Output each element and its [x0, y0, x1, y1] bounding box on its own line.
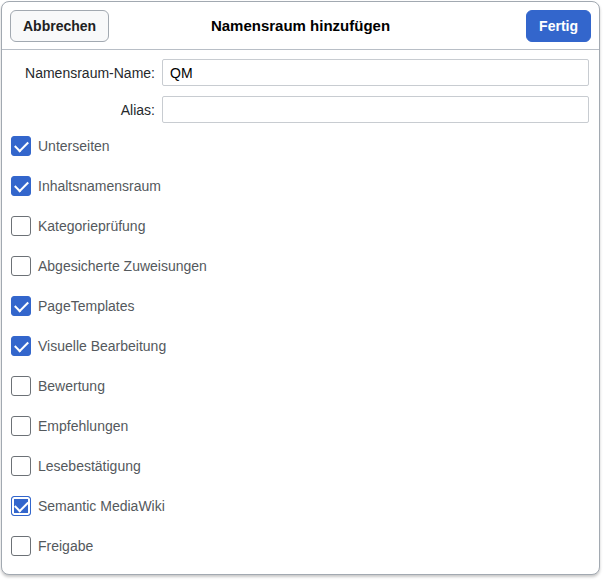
checkbox-bewertung[interactable] [11, 376, 31, 396]
done-button[interactable]: Fertig [526, 10, 591, 42]
checkbox-abgesicherte-zuweisungen[interactable] [11, 256, 31, 276]
checkbox-abgesicherte-zuweisungen-label: Abgesicherte Zuweisungen [38, 258, 207, 274]
cancel-button[interactable]: Abbrechen [10, 10, 109, 42]
checkbox-row: Bewertung [2, 376, 599, 396]
namespace-name-input[interactable] [162, 59, 589, 86]
checkbox-kategoriepruefung-label: Kategorieprüfung [38, 218, 145, 234]
checkbox-freigabe[interactable] [11, 536, 31, 556]
checkmark-icon [14, 298, 29, 313]
alias-label: Alias: [2, 102, 162, 118]
checkbox-visuelle-bearbeitung[interactable] [11, 336, 31, 356]
checkbox-row: Empfehlungen [2, 416, 599, 436]
checkbox-row: Freigabe [2, 536, 599, 556]
checkbox-row: Lesebestätigung [2, 456, 599, 476]
alias-input[interactable] [162, 96, 589, 123]
field-row: Namensraum-Name: [2, 59, 599, 86]
dialog-content: Namensraum-Name: Alias: Unterseiten Inha… [2, 50, 599, 556]
checkbox-lesebestaetigung-label: Lesebestätigung [38, 458, 141, 474]
namespace-name-label: Namensraum-Name: [2, 65, 162, 81]
checkbox-row: Kategorieprüfung [2, 216, 599, 236]
checkbox-unterseiten-label: Unterseiten [38, 138, 110, 154]
checkbox-freigabe-label: Freigabe [38, 538, 93, 554]
checkbox-unterseiten[interactable] [11, 136, 31, 156]
checkbox-lesebestaetigung[interactable] [11, 456, 31, 476]
field-row: Alias: [2, 96, 599, 123]
checkbox-pagetemplates[interactable] [11, 296, 31, 316]
checkbox-kategoriepruefung[interactable] [11, 216, 31, 236]
dialog-header: Abbrechen Namensraum hinzufügen Fertig [2, 2, 599, 50]
checkbox-visuelle-bearbeitung-label: Visuelle Bearbeitung [38, 338, 166, 354]
checkmark-icon [14, 178, 29, 193]
checkbox-row: Abgesicherte Zuweisungen [2, 256, 599, 276]
checkbox-inhaltsnamensraum-label: Inhaltsnamensraum [38, 178, 161, 194]
checkbox-semantic-mediawiki[interactable] [11, 496, 31, 516]
checkmark-icon [14, 498, 29, 513]
add-namespace-dialog: Abbrechen Namensraum hinzufügen Fertig N… [1, 1, 600, 575]
checkmark-icon [14, 338, 29, 353]
checkbox-empfehlungen[interactable] [11, 416, 31, 436]
checkbox-list: Unterseiten Inhaltsnamensraum Kategoriep… [2, 136, 599, 556]
checkbox-bewertung-label: Bewertung [38, 378, 105, 394]
checkbox-row: PageTemplates [2, 296, 599, 316]
checkmark-icon [14, 138, 29, 153]
checkbox-empfehlungen-label: Empfehlungen [38, 418, 128, 434]
checkbox-row: Visuelle Bearbeitung [2, 336, 599, 356]
field-list: Namensraum-Name: Alias: [2, 59, 599, 123]
checkbox-row: Inhaltsnamensraum [2, 176, 599, 196]
checkbox-row: Semantic MediaWiki [2, 496, 599, 516]
checkbox-pagetemplates-label: PageTemplates [38, 298, 135, 314]
checkbox-inhaltsnamensraum[interactable] [11, 176, 31, 196]
checkbox-row: Unterseiten [2, 136, 599, 156]
checkbox-semantic-mediawiki-label: Semantic MediaWiki [38, 498, 165, 514]
